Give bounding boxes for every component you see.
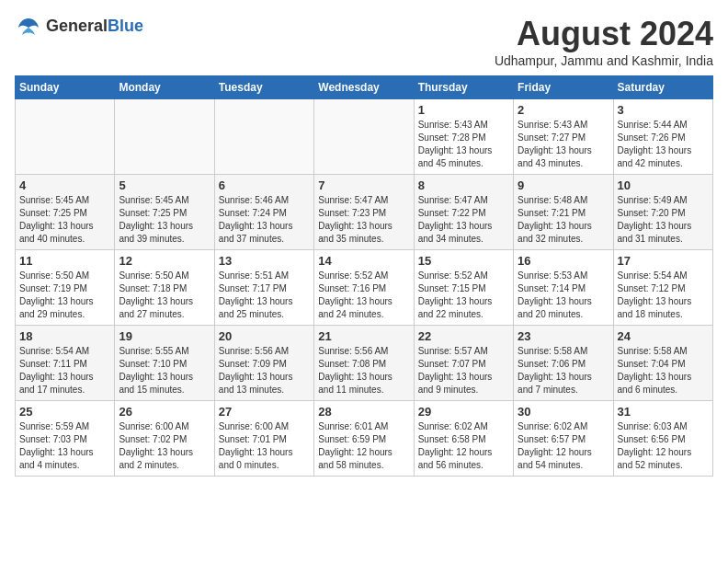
day-of-week-header: Wednesday <box>314 76 414 99</box>
day-number: 9 <box>518 178 609 192</box>
day-info: Sunrise: 5:47 AM Sunset: 7:23 PM Dayligh… <box>318 194 409 246</box>
day-info: Sunrise: 6:02 AM Sunset: 6:58 PM Dayligh… <box>418 420 509 472</box>
day-of-week-header: Tuesday <box>214 76 313 99</box>
day-info: Sunrise: 5:57 AM Sunset: 7:07 PM Dayligh… <box>418 345 509 396</box>
calendar-day-cell: 17Sunrise: 5:54 AM Sunset: 7:12 PM Dayli… <box>613 250 712 326</box>
day-info: Sunrise: 6:02 AM Sunset: 6:57 PM Dayligh… <box>518 420 609 472</box>
calendar-day-cell: 9Sunrise: 5:48 AM Sunset: 7:21 PM Daylig… <box>514 175 613 250</box>
day-info: Sunrise: 5:46 AM Sunset: 7:24 PM Dayligh… <box>219 194 310 246</box>
day-number: 22 <box>418 329 509 343</box>
calendar-day-cell: 22Sunrise: 5:57 AM Sunset: 7:07 PM Dayli… <box>414 326 513 401</box>
day-of-week-header: Thursday <box>414 76 513 99</box>
day-number: 11 <box>19 254 110 268</box>
day-info: Sunrise: 6:03 AM Sunset: 6:56 PM Dayligh… <box>618 420 709 472</box>
day-number: 31 <box>618 405 709 419</box>
day-info: Sunrise: 5:59 AM Sunset: 7:03 PM Dayligh… <box>19 420 110 472</box>
day-number: 13 <box>219 254 310 268</box>
calendar-day-cell <box>214 99 313 175</box>
day-info: Sunrise: 5:54 AM Sunset: 7:11 PM Dayligh… <box>19 345 110 396</box>
header: GeneralBlue August 2024 Udhampur, Jammu … <box>15 15 713 68</box>
calendar-day-cell: 27Sunrise: 6:00 AM Sunset: 7:01 PM Dayli… <box>214 401 313 477</box>
calendar-day-cell: 4Sunrise: 5:45 AM Sunset: 7:25 PM Daylig… <box>16 175 115 250</box>
day-number: 26 <box>119 405 210 419</box>
calendar-day-cell: 11Sunrise: 5:50 AM Sunset: 7:19 PM Dayli… <box>16 250 115 326</box>
day-info: Sunrise: 5:52 AM Sunset: 7:15 PM Dayligh… <box>418 270 509 321</box>
calendar-header: SundayMondayTuesdayWednesdayThursdayFrid… <box>16 76 713 99</box>
calendar-body: 1Sunrise: 5:43 AM Sunset: 7:28 PM Daylig… <box>16 99 713 477</box>
day-info: Sunrise: 6:00 AM Sunset: 7:01 PM Dayligh… <box>219 420 310 472</box>
calendar-day-cell: 16Sunrise: 5:53 AM Sunset: 7:14 PM Dayli… <box>514 250 613 326</box>
logo-bird-icon <box>15 15 42 37</box>
day-number: 8 <box>418 178 509 192</box>
calendar-day-cell: 18Sunrise: 5:54 AM Sunset: 7:11 PM Dayli… <box>16 326 115 401</box>
calendar-day-cell: 29Sunrise: 6:02 AM Sunset: 6:58 PM Dayli… <box>414 401 513 477</box>
day-number: 19 <box>119 329 210 343</box>
month-year: August 2024 <box>495 15 713 53</box>
calendar-day-cell: 19Sunrise: 5:55 AM Sunset: 7:10 PM Dayli… <box>115 326 214 401</box>
calendar-day-cell: 7Sunrise: 5:47 AM Sunset: 7:23 PM Daylig… <box>314 175 414 250</box>
day-info: Sunrise: 5:54 AM Sunset: 7:12 PM Dayligh… <box>618 270 709 321</box>
day-of-week-header: Friday <box>514 76 613 99</box>
day-number: 7 <box>318 178 409 192</box>
calendar-day-cell: 15Sunrise: 5:52 AM Sunset: 7:15 PM Dayli… <box>414 250 513 326</box>
day-number: 16 <box>518 254 609 268</box>
day-number: 15 <box>418 254 509 268</box>
calendar-day-cell: 21Sunrise: 5:56 AM Sunset: 7:08 PM Dayli… <box>314 326 414 401</box>
day-info: Sunrise: 5:50 AM Sunset: 7:18 PM Dayligh… <box>119 270 210 321</box>
day-number: 29 <box>418 405 509 419</box>
day-of-week-header: Monday <box>115 76 214 99</box>
logo: GeneralBlue <box>15 15 143 37</box>
calendar-day-cell: 10Sunrise: 5:49 AM Sunset: 7:20 PM Dayli… <box>613 175 712 250</box>
day-number: 10 <box>618 178 709 192</box>
day-number: 14 <box>318 254 409 268</box>
calendar-day-cell: 30Sunrise: 6:02 AM Sunset: 6:57 PM Dayli… <box>514 401 613 477</box>
logo-blue: Blue <box>108 17 143 35</box>
day-info: Sunrise: 5:56 AM Sunset: 7:09 PM Dayligh… <box>219 345 310 396</box>
calendar-day-cell: 24Sunrise: 5:58 AM Sunset: 7:04 PM Dayli… <box>613 326 712 401</box>
day-info: Sunrise: 5:51 AM Sunset: 7:17 PM Dayligh… <box>219 270 310 321</box>
calendar-week-row: 18Sunrise: 5:54 AM Sunset: 7:11 PM Dayli… <box>16 326 713 401</box>
calendar-week-row: 25Sunrise: 5:59 AM Sunset: 7:03 PM Dayli… <box>16 401 713 477</box>
days-of-week-row: SundayMondayTuesdayWednesdayThursdayFrid… <box>16 76 713 99</box>
day-info: Sunrise: 5:45 AM Sunset: 7:25 PM Dayligh… <box>119 194 210 246</box>
day-info: Sunrise: 5:44 AM Sunset: 7:26 PM Dayligh… <box>618 119 709 170</box>
calendar-day-cell: 12Sunrise: 5:50 AM Sunset: 7:18 PM Dayli… <box>115 250 214 326</box>
day-info: Sunrise: 5:58 AM Sunset: 7:04 PM Dayligh… <box>618 345 709 396</box>
calendar-day-cell: 23Sunrise: 5:58 AM Sunset: 7:06 PM Dayli… <box>514 326 613 401</box>
day-number: 4 <box>19 178 110 192</box>
day-info: Sunrise: 5:50 AM Sunset: 7:19 PM Dayligh… <box>19 270 110 321</box>
day-number: 3 <box>618 103 709 117</box>
calendar-day-cell: 20Sunrise: 5:56 AM Sunset: 7:09 PM Dayli… <box>214 326 313 401</box>
day-info: Sunrise: 5:53 AM Sunset: 7:14 PM Dayligh… <box>518 270 609 321</box>
calendar-day-cell: 2Sunrise: 5:43 AM Sunset: 7:27 PM Daylig… <box>514 99 613 175</box>
logo-text: GeneralBlue <box>46 17 143 36</box>
day-info: Sunrise: 5:48 AM Sunset: 7:21 PM Dayligh… <box>518 194 609 246</box>
day-info: Sunrise: 5:43 AM Sunset: 7:27 PM Dayligh… <box>518 119 609 170</box>
calendar-week-row: 4Sunrise: 5:45 AM Sunset: 7:25 PM Daylig… <box>16 175 713 250</box>
day-of-week-header: Saturday <box>613 76 712 99</box>
calendar-day-cell <box>16 99 115 175</box>
day-info: Sunrise: 5:49 AM Sunset: 7:20 PM Dayligh… <box>618 194 709 246</box>
calendar-day-cell: 25Sunrise: 5:59 AM Sunset: 7:03 PM Dayli… <box>16 401 115 477</box>
calendar-day-cell: 31Sunrise: 6:03 AM Sunset: 6:56 PM Dayli… <box>613 401 712 477</box>
calendar-day-cell: 13Sunrise: 5:51 AM Sunset: 7:17 PM Dayli… <box>214 250 313 326</box>
day-number: 25 <box>19 405 110 419</box>
logo-general: General <box>46 17 108 35</box>
day-info: Sunrise: 5:43 AM Sunset: 7:28 PM Dayligh… <box>418 119 509 170</box>
day-number: 24 <box>618 329 709 343</box>
day-info: Sunrise: 6:00 AM Sunset: 7:02 PM Dayligh… <box>119 420 210 472</box>
calendar-week-row: 11Sunrise: 5:50 AM Sunset: 7:19 PM Dayli… <box>16 250 713 326</box>
location: Udhampur, Jammu and Kashmir, India <box>495 53 713 68</box>
title-area: August 2024 Udhampur, Jammu and Kashmir,… <box>495 15 713 68</box>
calendar-day-cell: 28Sunrise: 6:01 AM Sunset: 6:59 PM Dayli… <box>314 401 414 477</box>
calendar-day-cell: 5Sunrise: 5:45 AM Sunset: 7:25 PM Daylig… <box>115 175 214 250</box>
day-number: 28 <box>318 405 409 419</box>
day-info: Sunrise: 5:56 AM Sunset: 7:08 PM Dayligh… <box>318 345 409 396</box>
day-number: 18 <box>19 329 110 343</box>
calendar-day-cell: 1Sunrise: 5:43 AM Sunset: 7:28 PM Daylig… <box>414 99 513 175</box>
day-info: Sunrise: 5:47 AM Sunset: 7:22 PM Dayligh… <box>418 194 509 246</box>
calendar-day-cell: 3Sunrise: 5:44 AM Sunset: 7:26 PM Daylig… <box>613 99 712 175</box>
calendar-day-cell: 6Sunrise: 5:46 AM Sunset: 7:24 PM Daylig… <box>214 175 313 250</box>
day-info: Sunrise: 5:55 AM Sunset: 7:10 PM Dayligh… <box>119 345 210 396</box>
calendar-day-cell: 8Sunrise: 5:47 AM Sunset: 7:22 PM Daylig… <box>414 175 513 250</box>
